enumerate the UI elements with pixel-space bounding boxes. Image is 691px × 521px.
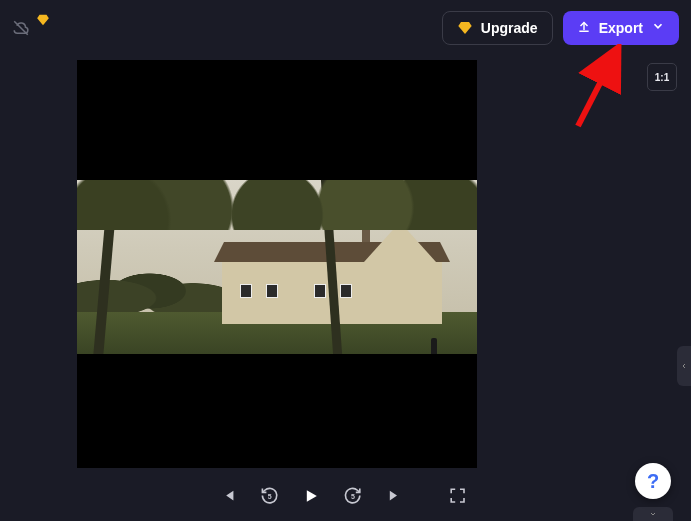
- right-panel-handle[interactable]: [677, 346, 691, 386]
- export-button[interactable]: Export: [563, 11, 679, 45]
- forward-amount: 5: [343, 493, 362, 500]
- upgrade-button[interactable]: Upgrade: [442, 11, 553, 45]
- chevron-down-icon: [651, 19, 665, 36]
- next-frame-button[interactable]: [385, 485, 404, 507]
- svg-line-1: [578, 52, 616, 126]
- export-label: Export: [599, 20, 643, 36]
- help-label: ?: [647, 470, 659, 493]
- play-button[interactable]: [301, 485, 321, 507]
- cloud-off-icon[interactable]: [12, 19, 30, 37]
- topbar-right: Upgrade Export: [442, 11, 679, 45]
- aspect-ratio-label: 1:1: [655, 72, 669, 83]
- aspect-ratio-button[interactable]: 1:1: [647, 63, 677, 91]
- annotation-arrow: [562, 44, 642, 134]
- rewind-5-button[interactable]: 5: [260, 485, 279, 507]
- topbar: Upgrade Export: [0, 0, 691, 55]
- premium-diamond-icon: [36, 13, 50, 27]
- prev-frame-button[interactable]: [219, 485, 238, 507]
- rewind-amount: 5: [260, 493, 279, 500]
- help-button[interactable]: ?: [635, 463, 671, 499]
- upload-icon: [577, 19, 591, 36]
- video-preview[interactable]: [77, 60, 477, 468]
- crown-icon: [457, 20, 473, 36]
- bottom-panel-handle[interactable]: [633, 507, 673, 521]
- playback-controls: 5 5: [77, 476, 477, 516]
- topbar-left: [12, 19, 50, 37]
- upgrade-label: Upgrade: [481, 20, 538, 36]
- video-frame: [77, 180, 477, 354]
- forward-5-button[interactable]: 5: [343, 485, 362, 507]
- fullscreen-button[interactable]: [448, 485, 467, 507]
